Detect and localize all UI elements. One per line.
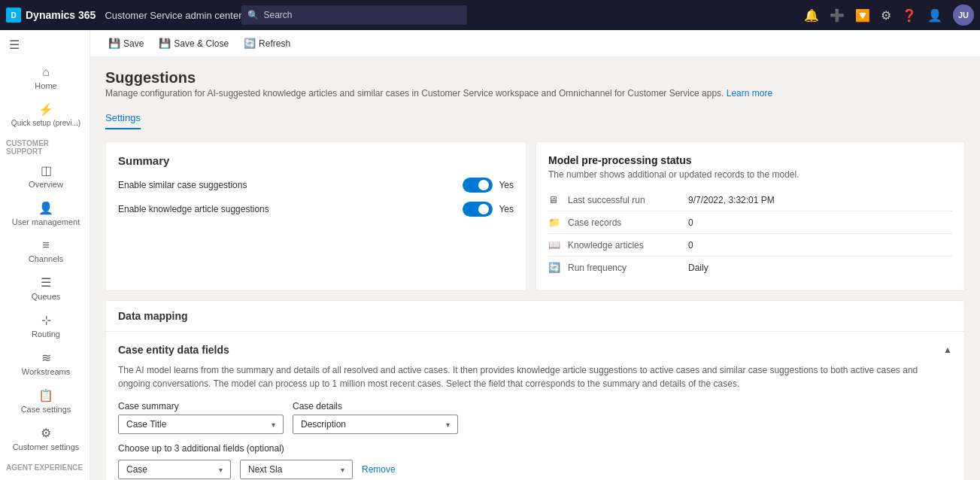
topbar-brand: Dynamics 365 (26, 9, 96, 21)
search-input[interactable]: 🔍 Search (241, 5, 467, 25)
save-close-button[interactable]: 💾 Save & Close (153, 35, 235, 52)
toggle-similar-case-switch[interactable] (463, 178, 493, 193)
sidebar-item-overview-ae[interactable]: ◫ Overview (0, 473, 90, 480)
enable-knowledge-row: Enable knowledge article suggestions Yes (118, 202, 514, 217)
sidebar-item-quicksetup[interactable]: ⚡ Quick setup (previ...) (0, 96, 90, 133)
case-fields-row: Case summary Case Title ▾ Case details D… (118, 401, 952, 434)
case-summary-group: Case summary Case Title ▾ (118, 401, 284, 434)
last-run-value: 9/7/2022, 3:32:01 PM (688, 195, 775, 205)
toggle-similar-case-value: Yes (499, 180, 514, 190)
settings-tab[interactable]: Settings (105, 108, 141, 129)
optional-field2-select[interactable]: Next Sla ▾ (240, 460, 353, 479)
search-placeholder: Search (263, 10, 292, 20)
hamburger-button[interactable]: ☰ (0, 30, 90, 59)
optional-fields-row: Case ▾ Next Sla ▾ Remove (118, 460, 952, 479)
model-card: Model pre-processing status The number s… (536, 141, 965, 291)
overview-icon: ◫ (41, 163, 52, 178)
customer-settings-icon: ⚙ (41, 426, 51, 440)
sidebar-item-queues[interactable]: ☰ Queues (0, 269, 90, 307)
customer-support-section: Customer support (0, 133, 90, 157)
channels-icon: ≡ (42, 238, 49, 252)
main-content: Suggestions Manage configuration for AI-… (90, 57, 980, 480)
topbar: D Dynamics 365 Customer Service admin ce… (0, 0, 980, 30)
sidebar-item-label: User management (12, 217, 80, 226)
refresh-icon: 🔄 (244, 38, 256, 49)
enable-similar-case-row: Enable similar case suggestions Yes (118, 178, 514, 193)
optional-field2-value: Next Sla (248, 464, 282, 475)
toggle-knowledge: Yes (463, 202, 514, 217)
topbar-icons: 🔔 ➕ 🔽 ⚙ ❓ 👤 JU (804, 5, 974, 26)
case-summary-label: Case summary (118, 401, 284, 412)
save-icon: 💾 (108, 38, 120, 49)
summary-title: Summary (118, 154, 514, 167)
case-details-group: Case details Description ▾ (293, 401, 458, 434)
model-title: Model pre-processing status (548, 154, 952, 166)
settings-icon[interactable]: ⚙ (881, 8, 891, 23)
toggle-knowledge-slider (463, 202, 493, 217)
sidebar-item-label: Queues (32, 292, 61, 301)
quicksetup-icon: ⚡ (38, 102, 53, 117)
notifications-icon[interactable]: 🔔 (804, 8, 819, 23)
case-records-label: Case records (568, 217, 688, 228)
command-bar: 💾 Save 💾 Save & Close 🔄 Refresh (90, 30, 980, 57)
dynamics-logo-icon: D (6, 8, 21, 23)
save-close-icon: 💾 (159, 38, 171, 49)
run-frequency-value: Daily (688, 263, 708, 273)
toggle-knowledge-value: Yes (499, 204, 514, 214)
model-row-knowledge-articles: 📖 Knowledge articles 0 (548, 234, 952, 257)
case-entity-description: The AI model learns from the summary and… (118, 363, 952, 390)
data-mapping-header[interactable]: Data mapping (106, 301, 964, 332)
case-entity-chevron-icon[interactable]: ▲ (943, 345, 952, 355)
model-row-case-records: 📁 Case records 0 (548, 211, 952, 234)
topbar-logo: D Dynamics 365 (6, 8, 96, 23)
summary-card: Summary Enable similar case suggestions … (105, 141, 526, 291)
sidebar-item-channels[interactable]: ≡ Channels (0, 232, 90, 269)
data-mapping-card: Data mapping Case entity data fields ▲ T… (105, 300, 965, 480)
save-button[interactable]: 💾 Save (102, 35, 150, 52)
summary-model-row: Summary Enable similar case suggestions … (105, 141, 965, 291)
user-mgmt-icon: 👤 (38, 201, 53, 215)
sidebar-item-customer-settings[interactable]: ⚙ Customer settings (0, 420, 90, 457)
knowledge-articles-value: 0 (688, 240, 693, 251)
case-entity-section: Case entity data fields ▲ The AI model l… (106, 332, 964, 480)
optional-field1-arrow-icon: ▾ (219, 466, 223, 474)
sidebar-item-case-settings[interactable]: 📋 Case settings (0, 382, 90, 420)
case-summary-select[interactable]: Case Title ▾ (118, 415, 284, 434)
last-run-icon: 🖥 (548, 194, 562, 205)
sidebar-item-routing[interactable]: ⊹ Routing (0, 307, 90, 345)
remove-link[interactable]: Remove (362, 464, 396, 475)
sidebar-item-label: Overview (29, 180, 63, 189)
toggle-knowledge-switch[interactable] (463, 202, 493, 217)
user-icon[interactable]: 👤 (927, 8, 942, 23)
sidebar-item-label: Case settings (21, 405, 71, 414)
sidebar-item-home[interactable]: ⌂ Home (0, 59, 90, 96)
case-settings-icon: 📋 (38, 388, 53, 403)
refresh-button[interactable]: 🔄 Refresh (238, 35, 296, 52)
case-details-select[interactable]: Description ▾ (293, 415, 458, 434)
sidebar-item-label: Home (35, 81, 56, 90)
queues-icon: ☰ (41, 275, 51, 290)
agent-experience-section: Agent experience (0, 457, 90, 473)
filter-icon[interactable]: 🔽 (855, 8, 870, 23)
case-details-arrow-icon: ▾ (446, 421, 450, 429)
sidebar-item-user-management[interactable]: 👤 User management (0, 195, 90, 232)
sidebar-item-overview-cs[interactable]: ◫ Overview (0, 157, 90, 195)
model-row-run-frequency: 🔄 Run frequency Daily (548, 257, 952, 278)
avatar[interactable]: JU (953, 5, 974, 26)
sidebar-item-workstreams[interactable]: ≋ Workstreams (0, 345, 90, 382)
knowledge-articles-label: Knowledge articles (568, 240, 688, 251)
enable-similar-case-label: Enable similar case suggestions (118, 180, 463, 190)
home-icon: ⌂ (42, 65, 50, 79)
run-frequency-label: Run frequency (568, 263, 688, 273)
help-icon[interactable]: ❓ (902, 8, 917, 23)
add-icon[interactable]: ➕ (830, 8, 845, 23)
case-records-icon: 📁 (548, 217, 562, 228)
optional-field1-select[interactable]: Case ▾ (118, 460, 231, 479)
knowledge-articles-icon: 📖 (548, 239, 562, 251)
case-summary-value: Case Title (126, 419, 166, 430)
sidebar-item-label: Channels (29, 254, 63, 263)
sidebar-item-label: Quick setup (previ...) (11, 119, 80, 127)
page-subtitle: Manage configuration for AI-suggested kn… (105, 88, 965, 99)
sidebar-item-label: Workstreams (22, 367, 71, 376)
learn-more-link[interactable]: Learn more (727, 88, 772, 99)
